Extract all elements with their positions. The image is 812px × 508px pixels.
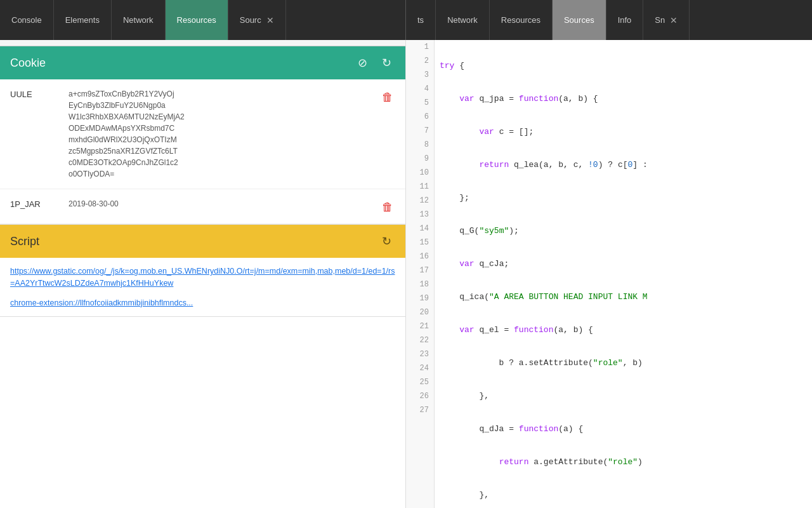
code-line-8: q_ica("A AREA BUTTON HEAD INPUT LINK M xyxy=(440,290,807,304)
tab-resources-right[interactable]: Resources xyxy=(490,0,553,40)
line-num-10: 10 xyxy=(406,166,434,180)
line-num-16: 16 xyxy=(406,250,434,264)
line-num-5: 5 xyxy=(406,96,434,110)
code-line-4: return q_lea(a, b, c, !0) ? c[0] : xyxy=(440,158,807,172)
line-num-8: 8 xyxy=(406,138,434,152)
code-line-6: q_G("sy5m"); xyxy=(440,224,807,238)
tab-sources-right[interactable]: Sources xyxy=(553,0,606,40)
right-panel[interactable]: 1 2 3 4 5 6 7 8 9 10 11 12 13 14 15 16 1… xyxy=(406,40,812,508)
tab-console-label: Console xyxy=(11,15,42,25)
cookie-value-uule: a+cm9sZToxCnByb2R1Y2VyOjEyCnByb3ZlbFuY2U… xyxy=(69,88,372,180)
tab-sn-close[interactable]: ✕ xyxy=(670,15,678,25)
script-refresh-icon[interactable]: ↻ xyxy=(377,232,395,250)
tab-elements[interactable]: Elements xyxy=(54,0,112,40)
line-num-27: 27 xyxy=(406,403,434,417)
line-num-9: 9 xyxy=(406,152,434,166)
line-num-26: 26 xyxy=(406,389,434,403)
code-line-14: }, xyxy=(440,488,807,502)
line-num-15: 15 xyxy=(406,236,434,250)
tab-sources-left-close[interactable]: ✕ xyxy=(266,15,274,25)
cookie-refresh-icon[interactable]: ↻ xyxy=(377,54,395,72)
tab-sources-right-label: Sources xyxy=(564,15,594,25)
line-num-22: 22 xyxy=(406,333,434,347)
line-num-17: 17 xyxy=(406,264,434,277)
line-num-3: 3 xyxy=(406,68,434,82)
code-line-1: try { xyxy=(440,59,807,73)
cookie-delete-1pjar[interactable]: 🗑 xyxy=(380,199,395,215)
tab-network-right[interactable]: Network xyxy=(436,0,490,40)
right-tab-bar: ts Network Resources Sources Info Sn ✕ xyxy=(406,0,812,40)
tab-info-label: Info xyxy=(618,15,632,25)
code-line-9: var q_el = function(a, b) { xyxy=(440,323,807,337)
cookie-header-icons: ⊘ ↻ xyxy=(353,54,395,72)
tab-sn[interactable]: Sn ✕ xyxy=(643,0,690,40)
line-numbers: 1 2 3 4 5 6 7 8 9 10 11 12 13 14 15 16 1… xyxy=(406,40,435,508)
line-num-2: 2 xyxy=(406,54,434,68)
tab-bar: Console Elements Network Resources Sourc… xyxy=(0,0,812,40)
code-view: 1 2 3 4 5 6 7 8 9 10 11 12 13 14 15 16 1… xyxy=(406,40,812,508)
tab-resources-left[interactable]: Resources xyxy=(166,0,228,40)
left-tab-bar: Console Elements Network Resources Sourc… xyxy=(0,0,406,40)
line-num-13: 13 xyxy=(406,208,434,222)
left-panel: Cookie ⊘ ↻ UULE a+cm9sZToxCnByb2R1Y2VyOj… xyxy=(0,40,406,508)
tab-resources-left-label: Resources xyxy=(177,15,216,25)
script-link-chrome-ext[interactable]: chrome-extension://llfnofcoiiadkmmibjini… xyxy=(10,297,395,309)
line-num-24: 24 xyxy=(406,361,434,375)
tab-ts[interactable]: ts xyxy=(406,0,436,40)
code-line-10: b ? a.setAttribute("role", b) xyxy=(440,356,807,370)
code-line-11: }, xyxy=(440,389,807,403)
line-num-11: 11 xyxy=(406,180,434,194)
tab-console[interactable]: Console xyxy=(0,0,54,40)
line-num-20: 20 xyxy=(406,305,434,319)
line-num-12: 12 xyxy=(406,194,434,208)
line-num-14: 14 xyxy=(406,222,434,236)
script-section-header: Script ↻ xyxy=(0,225,405,258)
line-num-7: 7 xyxy=(406,124,434,138)
code-line-3: var c = []; xyxy=(440,125,807,139)
script-title: Script xyxy=(10,235,39,248)
tab-network-left[interactable]: Network xyxy=(112,0,166,40)
code-content: try { var q_jpa = function(a, b) { var c… xyxy=(435,40,812,508)
tab-sn-label: Sn xyxy=(655,15,665,25)
tab-sources-left[interactable]: Sourc ✕ xyxy=(228,0,286,40)
cookie-title: Cookie xyxy=(10,57,46,70)
cookie-section: Cookie ⊘ ↻ UULE a+cm9sZToxCnByb2R1Y2VyOj… xyxy=(0,46,405,225)
line-num-21: 21 xyxy=(406,319,434,333)
line-num-19: 19 xyxy=(406,291,434,305)
line-num-25: 25 xyxy=(406,375,434,389)
line-num-6: 6 xyxy=(406,110,434,124)
script-header-icons: ↻ xyxy=(377,232,395,250)
cookie-delete-uule[interactable]: 🗑 xyxy=(380,90,395,105)
line-num-4: 4 xyxy=(406,82,434,96)
code-line-2: var q_jpa = function(a, b) { xyxy=(440,92,807,106)
cookie-item-uule: UULE a+cm9sZToxCnByb2R1Y2VyOjEyCnByb3Zlb… xyxy=(0,79,405,189)
script-links: https://www.gstatic.com/og/_/js/k=og.mob… xyxy=(0,258,405,316)
code-line-13: return a.getAttribute("role") xyxy=(440,455,807,469)
code-line-12: q_dJa = function(a) { xyxy=(440,422,807,436)
cookie-item-1pjar: 1P_JAR 2019-08-30-00 🗑 xyxy=(0,189,405,224)
code-line-5: }; xyxy=(440,191,807,205)
tab-resources-right-label: Resources xyxy=(501,15,540,25)
code-line-7: var q_cJa; xyxy=(440,257,807,271)
tab-network-right-label: Network xyxy=(447,15,478,25)
script-link-gstatic[interactable]: https://www.gstatic.com/og/_/js/k=og.mob… xyxy=(10,265,395,290)
cookie-value-1pjar: 2019-08-30-00 xyxy=(69,198,372,210)
tab-sources-left-label: Sourc xyxy=(240,15,261,25)
main-content: Cookie ⊘ ↻ UULE a+cm9sZToxCnByb2R1Y2VyOj… xyxy=(0,40,812,508)
line-num-18: 18 xyxy=(406,277,434,291)
script-section: Script ↻ https://www.gstatic.com/og/_/js… xyxy=(0,225,405,317)
line-num-1: 1 xyxy=(406,40,434,54)
cookie-section-header: Cookie ⊘ ↻ xyxy=(0,46,405,79)
cookie-name-1pjar: 1P_JAR xyxy=(10,198,61,209)
top-spacer xyxy=(0,40,405,46)
tab-network-left-label: Network xyxy=(123,15,154,25)
cookie-name-uule: UULE xyxy=(10,88,61,99)
tab-ts-label: ts xyxy=(417,15,424,25)
tab-elements-label: Elements xyxy=(65,15,100,25)
line-num-23: 23 xyxy=(406,347,434,361)
cookie-block-icon[interactable]: ⊘ xyxy=(353,54,371,72)
tab-info[interactable]: Info xyxy=(606,0,644,40)
